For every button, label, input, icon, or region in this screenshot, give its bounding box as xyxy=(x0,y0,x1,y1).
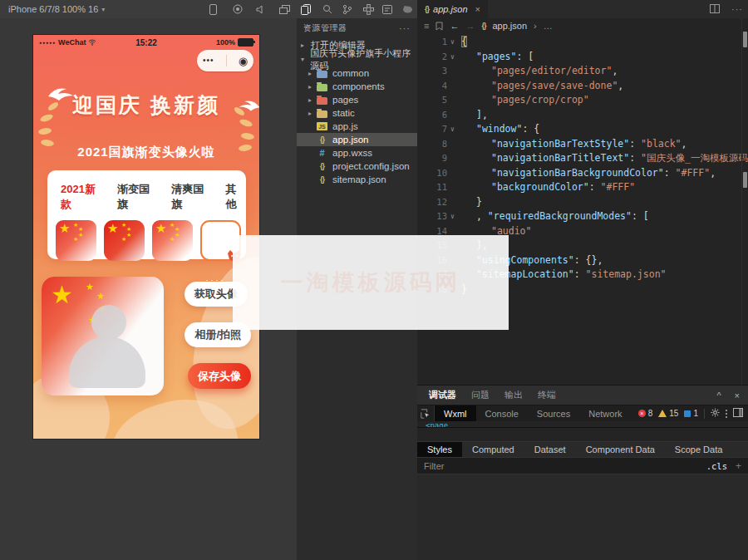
category-tab-1[interactable]: 2021新款 xyxy=(61,182,104,212)
split-editor-icon[interactable] xyxy=(710,2,720,17)
file-name: project.config.json xyxy=(332,161,410,171)
extensions-icon[interactable] xyxy=(362,2,375,16)
fold-icon[interactable]: ∨ xyxy=(450,35,455,50)
search-icon[interactable] xyxy=(321,2,334,16)
more-actions-icon[interactable]: ··· xyxy=(399,23,411,33)
file-item-sitemap.json[interactable]: {}sitemap.json xyxy=(297,173,417,186)
info-count[interactable]: 1 xyxy=(684,409,698,418)
panel-tab-4[interactable]: 终端 xyxy=(538,389,556,401)
file-item-components[interactable]: ▸components xyxy=(297,80,417,93)
close-panel-icon[interactable]: × xyxy=(735,391,740,400)
category-tab-4[interactable]: 其他 xyxy=(225,182,246,212)
fold-icon[interactable]: ∨ xyxy=(450,122,455,137)
details-panel-icon[interactable] xyxy=(381,2,394,16)
file-item-static[interactable]: ▸static xyxy=(297,106,417,120)
top-toolbar: iPhone 6/7/8 100% 16 ▾ xyxy=(0,0,417,18)
plugin-hand-icon[interactable] xyxy=(401,2,414,16)
avatar-thumb-2[interactable]: ★★★★★ xyxy=(104,220,145,261)
tab-app-json[interactable]: {} app.json × xyxy=(417,0,488,18)
source-control-icon[interactable] xyxy=(341,2,354,16)
style-tab-computed[interactable]: Computed xyxy=(462,442,524,457)
window-mode-icon[interactable] xyxy=(278,2,291,16)
info-icon xyxy=(684,410,691,417)
style-tab-styles[interactable]: Styles xyxy=(417,442,462,457)
inspector-tab-Console[interactable]: Console xyxy=(476,405,528,421)
add-style-icon[interactable]: + xyxy=(736,460,741,472)
chevron-down-icon: ▾ xyxy=(101,6,105,13)
filter-row: .cls + xyxy=(417,457,748,474)
inspect-element-icon[interactable] xyxy=(417,405,435,421)
chevron-right-icon: ▸ xyxy=(308,96,317,104)
record-icon[interactable] xyxy=(231,2,244,16)
warning-count[interactable]: 15 xyxy=(658,409,678,418)
bookmark-icon[interactable] xyxy=(436,22,443,31)
fold-icon[interactable]: ∨ xyxy=(450,209,455,224)
style-tab-component-data[interactable]: Component Data xyxy=(576,442,665,457)
debugger-tabbar: 调试器问题输出终端 ^ × xyxy=(417,386,748,405)
style-filter-input[interactable] xyxy=(417,460,675,472)
more-actions-icon[interactable]: ··· xyxy=(731,4,743,14)
file-item-app.json[interactable]: {}app.json xyxy=(297,133,417,146)
nav-forward-icon[interactable]: → xyxy=(465,21,475,31)
mute-icon[interactable] xyxy=(254,2,268,16)
line-number: 12 xyxy=(429,195,447,210)
nav-back-icon[interactable]: ← xyxy=(450,21,459,31)
cls-toggle[interactable]: .cls xyxy=(706,461,727,471)
code-text: { xyxy=(417,35,748,50)
code-text: "window": { xyxy=(417,122,748,137)
code-text: ], xyxy=(417,108,748,123)
file-item-pages[interactable]: ▸pages xyxy=(297,93,417,106)
big-star-icon: ★ xyxy=(107,221,118,236)
error-count[interactable]: ×8 xyxy=(638,409,653,418)
file-name: pages xyxy=(332,95,358,105)
error-icon: × xyxy=(638,410,646,417)
device-selector[interactable]: iPhone 6/7/8 100% 16 ▾ xyxy=(0,4,113,14)
project-root[interactable]: ▾ 国庆节头像护旗手小程序源码 xyxy=(297,52,417,66)
line-number: 6 xyxy=(429,108,447,123)
scrollbar-thumb[interactable] xyxy=(743,172,747,188)
file-name: app.js xyxy=(332,121,358,131)
file-item-project.config.json[interactable]: {}project.config.json xyxy=(297,160,417,173)
file-item-app.js[interactable]: JSapp.js xyxy=(297,120,417,133)
avatar-preview-card[interactable]: ★ ★ ★ ★ ★ xyxy=(42,277,164,395)
small-star-icon: ★ xyxy=(121,236,126,243)
explorer-files-icon[interactable] xyxy=(299,2,312,16)
breadcrumb-file[interactable]: app.json xyxy=(492,21,527,31)
close-target-icon[interactable]: ◉ xyxy=(239,56,248,66)
avatar-thumb-1[interactable]: ★★★★★ xyxy=(56,220,96,261)
mini-program-simulator: ●●●●● WeChat 15:22 100% ••• ◉ xyxy=(33,35,259,439)
watermark-overlay: 一淘模板源码网 xyxy=(233,235,509,330)
settings-gear-icon[interactable] xyxy=(711,408,720,419)
small-star-icon: ★ xyxy=(96,291,105,302)
menu-dots-icon[interactable]: ••• xyxy=(203,56,214,65)
kebab-menu-icon[interactable] xyxy=(726,410,727,418)
style-tab-scope-data[interactable]: Scope Data xyxy=(665,442,732,457)
inspector-tab-Sources[interactable]: Sources xyxy=(528,405,579,421)
category-tab-2[interactable]: 渐变国旗 xyxy=(117,182,158,212)
panel-tab-2[interactable]: 问题 xyxy=(471,389,490,401)
collapse-panel-icon[interactable]: ^ xyxy=(716,391,721,400)
editor-scrollbar[interactable] xyxy=(741,18,748,385)
fold-icon[interactable]: ∨ xyxy=(450,50,455,65)
style-tab-dataset[interactable]: Dataset xyxy=(524,442,576,457)
dock-side-icon[interactable] xyxy=(733,408,743,419)
category-tab-3[interactable]: 清爽国旗 xyxy=(171,182,212,212)
inspector-tab-Network[interactable]: Network xyxy=(579,405,631,421)
mp-capsule[interactable]: ••• ◉ xyxy=(197,50,253,71)
line-number: 7 xyxy=(429,122,447,137)
code-text: "pages": [ xyxy=(417,50,748,65)
close-icon[interactable]: × xyxy=(475,4,480,14)
inspector-tab-Wxml[interactable]: Wxml xyxy=(435,405,476,421)
avatar-thumb-3[interactable]: ★★★★★ xyxy=(152,220,193,261)
breadcrumb-more[interactable]: … xyxy=(544,21,553,31)
outline-icon[interactable]: ≡ xyxy=(424,21,429,31)
file-item-app.wxss[interactable]: #app.wxss xyxy=(297,146,417,160)
panel-tab-3[interactable]: 输出 xyxy=(504,389,523,401)
button-保存头像[interactable]: 保存头像 xyxy=(188,363,251,389)
chevron-down-icon: ▾ xyxy=(301,56,307,63)
file-name: app.json xyxy=(332,135,368,145)
scrollbar-thumb[interactable] xyxy=(743,32,747,47)
panel-tab-1[interactable]: 调试器 xyxy=(429,389,456,401)
phone-preview-icon[interactable] xyxy=(206,2,219,16)
folder-icon xyxy=(317,71,327,78)
